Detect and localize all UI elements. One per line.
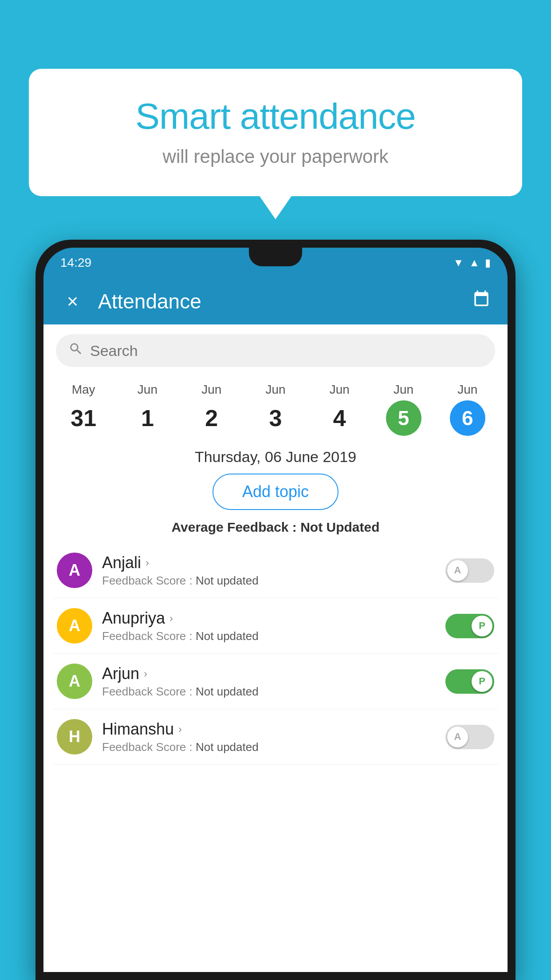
bubble-subtitle: will replace your paperwork bbox=[51, 146, 500, 167]
date-num-5: 5 bbox=[386, 400, 421, 436]
avatar-anjali: A bbox=[57, 553, 92, 588]
date-item-6[interactable]: Jun 6 bbox=[445, 383, 490, 436]
battery-icon: ▮ bbox=[485, 257, 491, 269]
chevron-icon-arjun: › bbox=[144, 668, 147, 680]
date-month-4: Jun bbox=[330, 383, 350, 397]
date-month-6: Jun bbox=[457, 383, 477, 397]
status-icons: ▼ ▲ ▮ bbox=[453, 257, 491, 269]
chevron-icon-anjali: › bbox=[146, 557, 149, 569]
avg-feedback-label: Average Feedback : bbox=[171, 520, 300, 534]
avg-feedback-value: Not Updated bbox=[300, 520, 379, 534]
date-month-5: Jun bbox=[394, 383, 413, 397]
date-num-2: 2 bbox=[194, 400, 229, 436]
phone-frame: 14:29 ▼ ▲ ▮ × Attendance bbox=[35, 240, 516, 980]
student-info-himanshu: Himanshu › Feedback Score : Not updated bbox=[102, 720, 436, 754]
chevron-icon-himanshu: › bbox=[178, 723, 182, 735]
bubble-title: Smart attendance bbox=[51, 95, 500, 137]
date-item-2[interactable]: Jun 2 bbox=[189, 383, 234, 436]
date-month-3: Jun bbox=[265, 383, 285, 397]
search-input[interactable] bbox=[90, 342, 483, 360]
date-strip: May 31 Jun 1 Jun 2 Jun 3 Jun 4 bbox=[43, 374, 508, 436]
toggle-knob-himanshu: A bbox=[447, 727, 468, 747]
selected-date: Thursday, 06 June 2019 bbox=[43, 436, 508, 474]
feedback-score-anupriya: Feedback Score : Not updated bbox=[102, 629, 436, 643]
date-item-1[interactable]: Jun 1 bbox=[125, 383, 169, 436]
student-info-arjun: Arjun › Feedback Score : Not updated bbox=[102, 664, 436, 699]
student-item-anupriya[interactable]: A Anupriya › Feedback Score : Not update… bbox=[52, 598, 499, 654]
student-name-anjali: Anjali › bbox=[102, 553, 436, 572]
toggle-knob-arjun: P bbox=[472, 671, 492, 692]
student-info-anupriya: Anupriya › Feedback Score : Not updated bbox=[102, 609, 436, 643]
date-num-6: 6 bbox=[450, 400, 485, 436]
date-num-3: 3 bbox=[258, 400, 293, 436]
chevron-icon-anupriya: › bbox=[169, 612, 173, 624]
calendar-button[interactable] bbox=[472, 290, 491, 312]
toggle-anjali[interactable]: A bbox=[445, 558, 494, 583]
close-button[interactable]: × bbox=[60, 290, 85, 312]
speech-bubble: Smart attendance will replace your paper… bbox=[29, 69, 522, 196]
toggle-anupriya[interactable]: P bbox=[445, 614, 494, 638]
student-list: A Anjali › Feedback Score : Not updated … bbox=[43, 543, 508, 765]
date-month-1: Jun bbox=[138, 383, 157, 397]
date-num-1: 1 bbox=[130, 400, 165, 436]
student-item-arjun[interactable]: A Arjun › Feedback Score : Not updated P bbox=[52, 654, 499, 709]
add-topic-button[interactable]: Add topic bbox=[213, 474, 338, 510]
toggle-himanshu[interactable]: A bbox=[445, 725, 494, 749]
phone-inner: 14:29 ▼ ▲ ▮ × Attendance bbox=[43, 248, 508, 972]
date-month-2: Jun bbox=[201, 383, 221, 397]
student-item-anjali[interactable]: A Anjali › Feedback Score : Not updated … bbox=[52, 543, 499, 598]
avatar-himanshu: H bbox=[57, 719, 92, 755]
feedback-score-himanshu: Feedback Score : Not updated bbox=[102, 740, 436, 754]
student-name-himanshu: Himanshu › bbox=[102, 720, 436, 739]
signal-icon: ▲ bbox=[469, 257, 480, 269]
toggle-arjun[interactable]: P bbox=[445, 669, 494, 694]
search-bar bbox=[43, 324, 508, 374]
date-month-0: May bbox=[72, 383, 95, 397]
search-icon bbox=[68, 341, 83, 360]
feedback-score-arjun: Feedback Score : Not updated bbox=[102, 685, 436, 699]
date-item-3[interactable]: Jun 3 bbox=[253, 383, 298, 436]
toggle-knob-anupriya: P bbox=[472, 616, 492, 636]
feedback-score-anjali: Feedback Score : Not updated bbox=[102, 574, 436, 588]
avatar-anupriya: A bbox=[57, 608, 92, 644]
student-name-anupriya: Anupriya › bbox=[102, 609, 436, 628]
status-time: 14:29 bbox=[60, 256, 91, 270]
avatar-arjun: A bbox=[57, 664, 92, 699]
student-item-himanshu[interactable]: H Himanshu › Feedback Score : Not update… bbox=[52, 709, 499, 765]
speech-bubble-container: Smart attendance will replace your paper… bbox=[29, 69, 522, 196]
student-info-anjali: Anjali › Feedback Score : Not updated bbox=[102, 553, 436, 588]
avg-feedback: Average Feedback : Not Updated bbox=[43, 520, 508, 535]
phone-notch bbox=[249, 248, 302, 266]
search-input-container[interactable] bbox=[56, 334, 495, 367]
date-item-5[interactable]: Jun 5 bbox=[382, 383, 426, 436]
date-num-4: 4 bbox=[322, 400, 357, 436]
app-title: Attendance bbox=[98, 289, 459, 313]
student-name-arjun: Arjun › bbox=[102, 664, 436, 683]
app-bar: × Attendance bbox=[43, 278, 508, 324]
date-item-0[interactable]: May 31 bbox=[61, 383, 106, 436]
screen-content: May 31 Jun 1 Jun 2 Jun 3 Jun 4 bbox=[43, 324, 508, 972]
date-item-4[interactable]: Jun 4 bbox=[317, 383, 362, 436]
date-num-0: 31 bbox=[66, 400, 101, 436]
wifi-icon: ▼ bbox=[453, 257, 464, 269]
toggle-knob-anjali: A bbox=[447, 560, 468, 581]
